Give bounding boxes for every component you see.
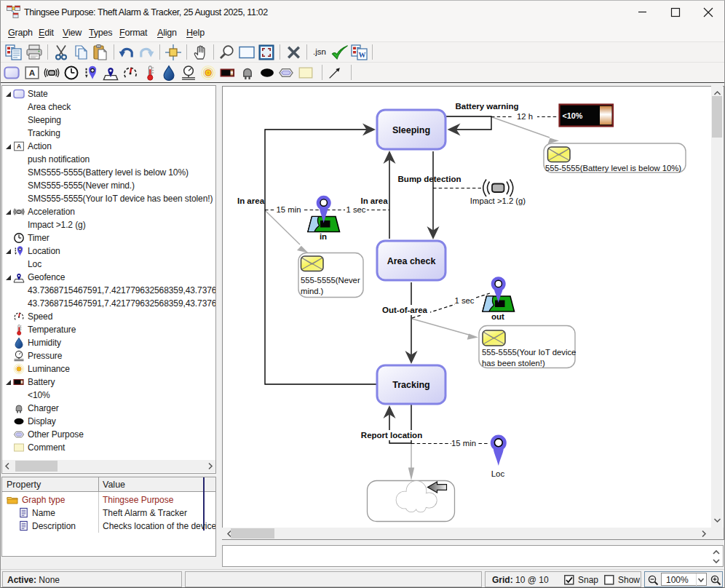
svg-text:1 sec: 1 sec (346, 205, 365, 214)
svg-text:Sleeping: Sleeping (392, 125, 430, 135)
svg-text:555-5555(Your IoT device: 555-5555(Your IoT device (482, 348, 576, 357)
svg-text:out: out (491, 312, 504, 321)
svg-text:1 sec: 1 sec (454, 296, 474, 305)
svg-text:555-5555(Never: 555-5555(Never (301, 276, 360, 285)
svg-text:in: in (320, 232, 327, 241)
svg-text:In area: In area (360, 196, 388, 205)
svg-text:has been stolen!): has been stolen!) (482, 359, 545, 368)
svg-text:Report location: Report location (361, 431, 422, 440)
svg-text:Out-of-area: Out-of-area (382, 306, 428, 314)
svg-text:Area check: Area check (387, 256, 436, 266)
svg-text:15 min: 15 min (451, 439, 476, 448)
svg-text:W: W (359, 51, 366, 59)
svg-text:12 h: 12 h (517, 112, 533, 121)
svg-text:15 min: 15 min (277, 205, 301, 214)
svg-text:Impact >1.2 (g): Impact >1.2 (g) (470, 196, 526, 205)
svg-text:In area: In area (237, 196, 265, 205)
svg-text:<10%: <10% (563, 111, 583, 120)
svg-text:555-5555(Battery level is belo: 555-5555(Battery level is below 10%) (545, 164, 681, 172)
svg-text:Tracking: Tracking (392, 380, 429, 390)
svg-text:Battery warning: Battery warning (456, 102, 519, 111)
svg-text:Bump detection: Bump detection (398, 175, 461, 183)
svg-text:mind.): mind.) (301, 287, 324, 295)
svg-text:Loc: Loc (491, 469, 505, 478)
